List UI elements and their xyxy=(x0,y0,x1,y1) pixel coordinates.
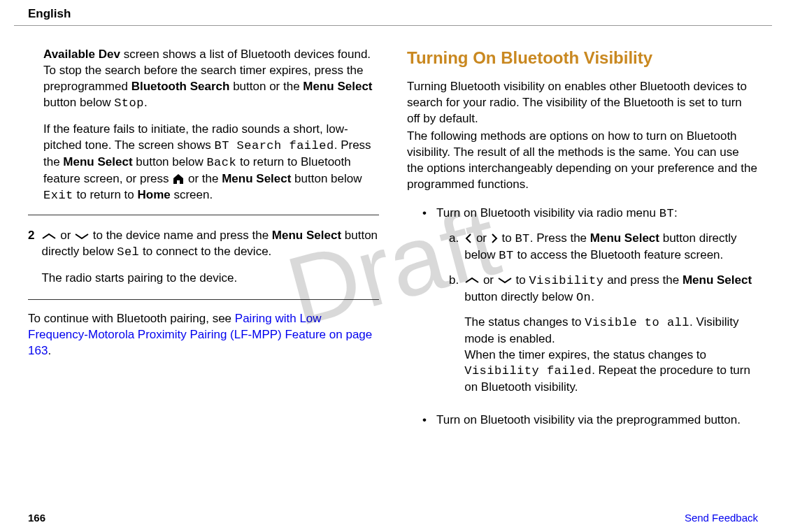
text-mono: Exit xyxy=(43,189,73,202)
text-mono: Back xyxy=(206,156,236,169)
bullet-dot: • xyxy=(422,412,427,429)
text-mono: On xyxy=(576,291,591,304)
text: or the xyxy=(185,172,222,185)
text: . Press the xyxy=(530,231,590,245)
text: . xyxy=(144,96,148,109)
bullet-dot: • xyxy=(422,206,427,222)
step-text: or to the device name and press the Menu… xyxy=(41,228,379,287)
section-heading: Turning On Bluetooth Visibility xyxy=(407,47,758,69)
text: or xyxy=(57,229,74,242)
chevron-down-icon xyxy=(497,277,513,284)
text: screen. xyxy=(171,188,213,201)
text-mono: BT Search failed xyxy=(214,139,334,152)
text-bold: Home xyxy=(137,188,170,201)
bullet-item: • Turn on Bluetooth visibility via radio… xyxy=(422,206,758,222)
paragraph-feature-fail: If the feature fails to initiate, the ra… xyxy=(43,122,379,204)
sub-step-b: b. or to Visibility and press the Menu S… xyxy=(449,273,758,396)
chevron-down-icon xyxy=(74,233,90,240)
arrow-left-icon xyxy=(464,233,473,243)
text: . xyxy=(591,290,594,303)
sub-step-text: or to BT. Press the Menu Select button d… xyxy=(464,231,758,264)
text: to connect to the device. xyxy=(139,245,271,258)
text: button directly below xyxy=(464,290,576,303)
sub-step-label: a. xyxy=(449,231,459,264)
chevron-up-icon xyxy=(464,277,480,284)
step-block: 2 or to the device name and press the Me… xyxy=(28,215,379,300)
text-bold: Available Dev xyxy=(43,48,120,61)
text-bold: Menu Select xyxy=(683,273,752,287)
home-icon xyxy=(172,173,185,185)
text: To continue with Bluetooth pairing, see xyxy=(28,312,235,325)
step-row: 2 or to the device name and press the Me… xyxy=(28,228,379,287)
text-mono: BT xyxy=(515,232,529,245)
text: to access the Bluetooth feature screen. xyxy=(514,248,724,261)
text-mono: BT xyxy=(659,207,674,220)
text: button below xyxy=(291,172,362,185)
sub-step-result: The status changes to Visible to all. Vi… xyxy=(464,315,758,396)
text: and press the xyxy=(603,273,682,287)
text: button below xyxy=(133,155,207,168)
paragraph-available-dev: Available Dev screen shows a list of Blu… xyxy=(43,47,379,112)
sub-step-a: a. or to BT. Press the Menu Select butto… xyxy=(449,231,758,264)
text-mono: Visible to all xyxy=(585,316,689,329)
text: button below xyxy=(43,96,114,109)
page-content: Available Dev screen shows a list of Blu… xyxy=(0,26,786,437)
text-bold: Menu Select xyxy=(590,231,659,245)
language-label: English xyxy=(28,7,71,20)
arrow-right-icon xyxy=(490,233,499,243)
page-header: English xyxy=(14,0,772,26)
text: . xyxy=(48,344,51,357)
text: or xyxy=(473,231,490,245)
page-number: 166 xyxy=(28,512,45,524)
text-bold: Bluetooth Search xyxy=(131,80,230,93)
text-mono: Stop xyxy=(114,96,144,110)
text: to xyxy=(499,231,515,245)
text: : xyxy=(674,206,678,220)
text: When the timer expires, the status chang… xyxy=(464,348,706,361)
text: to the device name and press the xyxy=(90,229,272,242)
bullet-text: Turn on Bluetooth visibility via the pre… xyxy=(436,412,758,429)
step-number: 2 xyxy=(28,228,34,287)
step-subtext: The radio starts pairing to the device. xyxy=(41,271,379,287)
text-mono: Visibility failed xyxy=(464,364,592,378)
text: The status changes to xyxy=(464,315,585,329)
text: to return to xyxy=(73,188,138,201)
text-mono: Sel xyxy=(117,245,139,259)
bullet-item: • Turn on Bluetooth visibility via the p… xyxy=(422,412,758,429)
right-column: Turning On Bluetooth Visibility Turning … xyxy=(407,47,758,437)
text-bold: Menu Select xyxy=(303,80,372,93)
send-feedback-link[interactable]: Send Feedback xyxy=(685,512,758,524)
text: Turn on Bluetooth visibility via radio m… xyxy=(436,206,659,220)
sub-step-label: b. xyxy=(449,273,459,396)
left-column: Available Dev screen shows a list of Blu… xyxy=(28,47,379,437)
paragraph-continue: To continue with Bluetooth pairing, see … xyxy=(28,311,379,359)
text-bold: Menu Select xyxy=(63,155,132,168)
paragraph: Turning Bluetooth visibility on enables … xyxy=(407,79,758,127)
chevron-up-icon xyxy=(41,233,57,240)
text: to xyxy=(513,273,529,287)
text: or xyxy=(480,273,497,287)
text-bold: Menu Select xyxy=(272,229,341,242)
page-footer: 166 Send Feedback xyxy=(0,512,786,524)
text-mono: Visibility xyxy=(529,274,603,287)
bullet-text: Turn on Bluetooth visibility via radio m… xyxy=(436,206,758,222)
text-bold: Menu Select xyxy=(222,172,291,185)
bullet-block: • Turn on Bluetooth visibility via radio… xyxy=(422,206,758,429)
text: button or the xyxy=(229,80,303,93)
paragraph: The following methods are options on how… xyxy=(407,129,758,193)
text-mono: BT xyxy=(499,249,513,262)
sub-step-text: or to Visibility and press the Menu Sele… xyxy=(464,273,758,396)
